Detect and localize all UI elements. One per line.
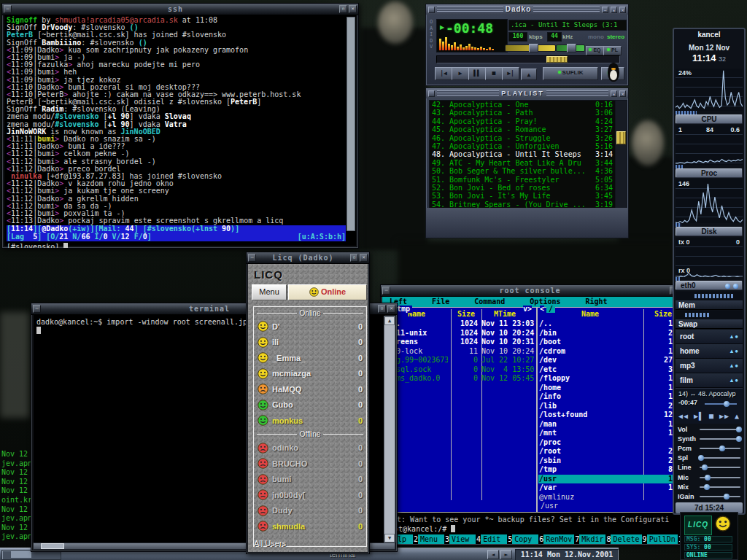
contact-bumi[interactable]: bumi0	[254, 472, 366, 488]
file-row[interactable]: /..1024	[538, 319, 687, 329]
fs-mount-film[interactable]: film▴ ●	[676, 373, 743, 388]
mc-menu-file[interactable]: File	[432, 297, 449, 307]
close-icon[interactable]: ✕	[360, 254, 368, 262]
cpu-label[interactable]: CPU	[676, 114, 743, 124]
fs-mount-root[interactable]: root▴ ●	[676, 330, 743, 344]
contact-_Emma_[interactable]: _Emma_0	[254, 350, 366, 366]
mixer-sliders[interactable]: VolSynthPcmSplLineMicMixIGain	[676, 424, 743, 502]
slider-thumb[interactable]	[546, 56, 568, 63]
contact-jn0b0dy[[interactable]: jn0b0dy[0	[254, 487, 366, 503]
playlist-track[interactable]: 50. Bob Seger & The silver bulle...4:36	[430, 167, 615, 175]
licq-all-users-tab[interactable]: All Users	[254, 539, 286, 548]
playlist-track[interactable]: 43. Apocalyptica - Path3:06	[430, 109, 615, 117]
file-row[interactable]: mpg.99~00236730Jul 22 10:27	[387, 356, 535, 365]
playlist-track[interactable]: 45. Apocalyptica - Romance3:27	[430, 125, 615, 133]
volume-slider[interactable]	[505, 44, 556, 52]
irc-input-line[interactable]: [#slovensko]	[7, 243, 68, 249]
shade-icon[interactable]: ▴	[611, 90, 617, 97]
contact-Dudy[interactable]: Dudy0	[254, 503, 366, 519]
file-row[interactable]: /proc0	[538, 438, 687, 448]
root-console-titlebar[interactable]: – root console ▫ ✕	[381, 285, 689, 297]
disk-label[interactable]: Disk	[676, 227, 743, 236]
scroll-thumb[interactable]	[616, 131, 626, 144]
mixer-vol[interactable]: Vol	[676, 424, 743, 434]
ssh-titlebar[interactable]: – ssh ▫ ✕	[2, 4, 358, 15]
file-row[interactable]: /root2048	[538, 447, 687, 456]
terminal-scrollbar[interactable]: ▲ ▼	[384, 316, 395, 543]
fnkey-menu[interactable]: 2Menu	[414, 534, 444, 544]
file-row[interactable]: /..1024Nov 11 23:03	[387, 319, 535, 329]
clutterbar-letter[interactable]: O	[428, 19, 434, 26]
playlist-track[interactable]: 42. Apocalyptica - One0:16	[430, 101, 615, 109]
eject-button[interactable]: ▲	[521, 69, 537, 80]
mc-menu-options[interactable]: Options	[530, 297, 560, 307]
maximize-icon[interactable]: ▫	[339, 5, 347, 13]
xmms-time-display[interactable]: -00:48	[446, 20, 493, 36]
file-row[interactable]: /info1024	[538, 392, 687, 402]
fnkey-delete[interactable]: 8Delete	[606, 534, 641, 544]
slider-thumb[interactable]	[736, 427, 742, 432]
xmms-player-window[interactable]: Dadko – ▴ ✕ OAIDV ▶ -00:48 .ica - Until …	[425, 4, 629, 86]
playlist-track[interactable]: 49. ATC - My Heart Beat Like A Dru3:44	[430, 159, 615, 167]
mixer-line[interactable]: Line	[676, 463, 743, 472]
mc-right-file-list[interactable]: /..1024/bin2048/boot1024/cdrom1024/dev27…	[538, 319, 687, 502]
licq-status-button[interactable]: Online	[288, 284, 367, 300]
file-row[interactable]: /cdrom1024	[538, 347, 687, 357]
close-icon[interactable]: ✕	[349, 5, 357, 13]
contact-monkus[interactable]: monkus0	[254, 413, 366, 429]
licq-contact-list[interactable]: OnlineD'0ili0_Emma_0mcmiazga0HaMQQ0Gubo0…	[253, 306, 367, 547]
slider-thumb[interactable]	[705, 475, 711, 481]
xmms-plugin-slider[interactable]	[705, 403, 737, 405]
playlist-scrollbar[interactable]	[615, 100, 627, 209]
contact-odinko[interactable]: odinko0	[254, 440, 366, 456]
spectrum-analyzer[interactable]	[439, 37, 503, 50]
fnkey-pulldn[interactable]: 9PullDn	[643, 534, 678, 544]
xmms-clutterbar[interactable]: OAIDV	[428, 19, 434, 50]
minimize-icon[interactable]: –	[33, 305, 41, 313]
clutterbar-letter[interactable]: V	[428, 44, 434, 50]
playlist-track[interactable]: 48. Apocalyptica - Until It Sleeps3:14	[430, 150, 615, 158]
xmms-plugin-controls[interactable]: ◀◀ ▶▌ ■ ▶▶ ▲	[676, 411, 743, 422]
stop-button[interactable]: ■	[485, 67, 503, 80]
mc-sort-mark[interactable]: v>	[523, 306, 532, 313]
mixer-spl[interactable]: Spl	[676, 454, 743, 463]
mc-back-mark[interactable]: <	[540, 306, 544, 313]
file-row[interactable]: /boot1024	[538, 338, 687, 347]
taskbar-left-arrow-button[interactable]: ◄	[487, 550, 499, 559]
slider-thumb[interactable]	[698, 455, 704, 461]
file-row[interactable]: xmms_dadko.00Nov 12 05:45	[387, 374, 535, 384]
taskbar-right-arrow-button[interactable]: ►	[500, 550, 512, 559]
next-button[interactable]: ▶|	[502, 67, 519, 80]
maximize-icon[interactable]: ▫	[350, 254, 358, 262]
shade-icon[interactable]: ▴	[611, 7, 617, 13]
mixer-synth[interactable]: Synth	[676, 434, 743, 443]
ssh-irc-window[interactable]: – ssh ▫ ✕ Signoff by shmudla!arcadia05@a…	[1, 3, 359, 249]
minimize-icon[interactable]: –	[4, 5, 12, 13]
mixer-mic[interactable]: Mic	[676, 472, 743, 482]
mixer-igain[interactable]: IGain	[676, 491, 743, 501]
position-slider[interactable]	[436, 55, 620, 63]
gkrellm-xmms-plugin[interactable]: 14) ↔ 48. Apocalyp -00:47 ◀◀ ▶▌ ■ ▶▶ ▲	[676, 388, 743, 424]
file-row[interactable]: .X11-unix1024Nov 10 20:24	[387, 329, 535, 338]
contact-D'[interactable]: D'0	[254, 319, 366, 335]
file-row[interactable]: /sbin2048	[538, 456, 687, 466]
file-row[interactable]: @vmlinuz1	[538, 493, 687, 502]
contact-BRUCHO[interactable]: BRUCHO0	[254, 456, 366, 472]
eject-led-icon[interactable]: ▴ ●	[730, 348, 738, 354]
xmms-playlist-window[interactable]: PLAYLIST ▴ ✕ 42. Apocalyptica - One0:164…	[425, 88, 629, 238]
fnkey-renmov[interactable]: 6RenMov	[539, 534, 574, 544]
ssh-scrollbar[interactable]	[347, 17, 355, 231]
minimize-icon[interactable]: –	[602, 7, 608, 13]
balance-slider[interactable]	[556, 44, 585, 52]
file-row[interactable]: /var1024	[538, 483, 687, 493]
licq-window[interactable]: – Licq (Dadko) ▫ ✕ LICQ Menu Online Onli…	[246, 252, 370, 554]
licq-titlebar[interactable]: – Licq (Dadko) ▫ ✕	[247, 252, 369, 264]
fs-mount-home[interactable]: home▴ ●	[676, 344, 743, 359]
mc-function-key-bar[interactable]: 1Help2Menu3View4Edit5Copy6RenMov7Mkdir8D…	[382, 534, 687, 544]
proc-label[interactable]: Proc	[676, 168, 743, 178]
file-row[interactable]: /mnt1024	[538, 429, 687, 438]
mc-right-panel[interactable]: < / Name Size /..1024/bin2048/boot1024/c…	[537, 307, 689, 513]
file-row[interactable]: /bin2048	[538, 329, 687, 338]
playlist-track[interactable]: 46. Apocalyptica - Struggle3:26	[430, 134, 615, 142]
scroll-up-icon[interactable]: ▲	[384, 316, 395, 325]
